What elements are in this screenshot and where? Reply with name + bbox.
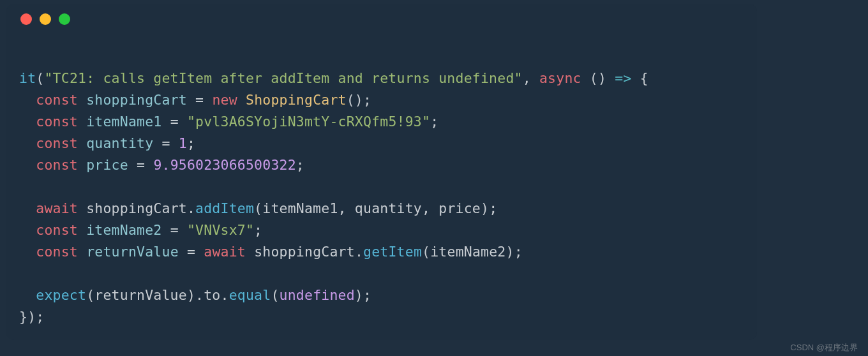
code-line-9: const returnValue = await shoppingCart.g… [19, 244, 523, 260]
token-punct: . [187, 200, 195, 216]
token-string: "TC21: calls getItem after addItem and r… [44, 70, 522, 86]
token-indent [19, 222, 36, 238]
token-space [161, 222, 170, 238]
token-var: quantity [86, 135, 153, 151]
code-line-5: const price = 9.956023066500322; [19, 157, 304, 173]
token-punct: ; [187, 135, 195, 151]
token-var: price [86, 157, 128, 173]
token-string: "pvl3A6SYojiN3mtY-cRXQfm5!93" [187, 114, 430, 130]
token-punct: ). [187, 287, 204, 303]
code-line-3: const itemName1 = "pvl3A6SYojiN3mtY-cRXQ… [19, 114, 438, 130]
token-space [246, 244, 254, 260]
token-indent [19, 244, 36, 260]
token-punct: }); [19, 309, 44, 325]
token-punct: . [355, 244, 363, 260]
token-op: = [162, 135, 170, 151]
minimize-icon[interactable] [40, 13, 51, 25]
token-indent [19, 200, 36, 216]
token-var: itemName1 [86, 114, 161, 130]
code-line-7: await shoppingCart.addItem(itemName1, qu… [19, 200, 497, 216]
token-var: shoppingCart [254, 244, 355, 260]
token-op: = [187, 244, 195, 260]
token-punct: ); [481, 200, 497, 216]
token-keyword: const [36, 114, 78, 130]
token-punct: { [632, 70, 648, 86]
code-line-8: const itemName2 = "VNVsx7"; [19, 222, 262, 238]
token-string: "VNVsx7" [187, 222, 254, 238]
token-punct: ( [86, 287, 94, 303]
code-line-2: const shoppingCart = new ShoppingCart(); [19, 92, 371, 108]
token-arrow: => [615, 70, 631, 86]
code-window: it("TC21: calls getItem after addItem an… [6, 4, 757, 340]
token-keyword: await [204, 244, 246, 260]
close-icon[interactable] [20, 13, 32, 25]
token-punct: ; [430, 114, 438, 130]
token-space [179, 244, 187, 260]
token-keyword: const [36, 157, 78, 173]
token-keyword: const [36, 222, 78, 238]
token-punct: ( [36, 70, 44, 86]
token-punct: ); [355, 287, 371, 303]
token-keyword: new [212, 92, 237, 108]
token-space [78, 92, 86, 108]
token-number: 9.956023066500322 [153, 157, 296, 173]
token-punct: ( [254, 200, 262, 216]
token-indent [19, 92, 36, 108]
code-line-12: }); [19, 309, 44, 325]
token-method: equal [229, 287, 271, 303]
token-indent [19, 114, 36, 130]
token-indent [19, 135, 36, 151]
token-var: itemName2 [86, 222, 161, 238]
token-punct: ( [271, 287, 279, 303]
token-punct: , [422, 200, 438, 216]
token-space [78, 222, 86, 238]
token-op: = [170, 222, 179, 238]
token-op: = [195, 92, 204, 108]
token-space [161, 114, 170, 130]
code-line-1: it("TC21: calls getItem after addItem an… [19, 70, 648, 86]
token-space [179, 222, 187, 238]
token-punct: ; [254, 222, 262, 238]
token-space [78, 114, 86, 130]
token-space [179, 114, 187, 130]
token-space [153, 135, 161, 151]
token-space [187, 92, 195, 108]
token-keyword: await [36, 200, 78, 216]
token-punct: ; [296, 157, 304, 173]
token-arg: itemName2 [430, 244, 505, 260]
token-space [128, 157, 137, 173]
token-punct: , [338, 200, 355, 216]
token-type: ShoppingCart [246, 92, 347, 108]
code-line-11: expect(returnValue).to.equal(undefined); [19, 287, 371, 303]
token-keyword: const [36, 244, 78, 260]
token-punct: , [523, 70, 539, 86]
token-var: shoppingCart [86, 92, 187, 108]
token-indent [19, 157, 36, 173]
token-space [170, 135, 179, 151]
zoom-icon[interactable] [59, 13, 70, 25]
token-space [78, 244, 86, 260]
token-space [78, 157, 86, 173]
token-space [204, 92, 212, 108]
token-keyword: async [539, 70, 581, 86]
token-punct: . [221, 287, 229, 303]
token-punct: (); [347, 92, 371, 108]
token-space [78, 200, 86, 216]
token-space [195, 244, 204, 260]
token-number: 1 [179, 135, 187, 151]
window-titlebar [6, 4, 757, 34]
token-literal: undefined [280, 287, 355, 303]
token-var: returnValue [86, 244, 179, 260]
token-fn: it [19, 70, 36, 86]
token-punct: () [581, 70, 615, 86]
token-arg: price [438, 200, 481, 216]
token-space [237, 92, 246, 108]
token-punct: ); [506, 244, 523, 260]
code-block: it("TC21: calls getItem after addItem an… [6, 34, 757, 341]
token-method: addItem [195, 200, 254, 216]
token-fn: expect [36, 287, 86, 303]
token-arg: quantity [355, 200, 422, 216]
token-keyword: const [36, 92, 78, 108]
code-line-4: const quantity = 1; [19, 135, 195, 151]
token-space [145, 157, 153, 173]
